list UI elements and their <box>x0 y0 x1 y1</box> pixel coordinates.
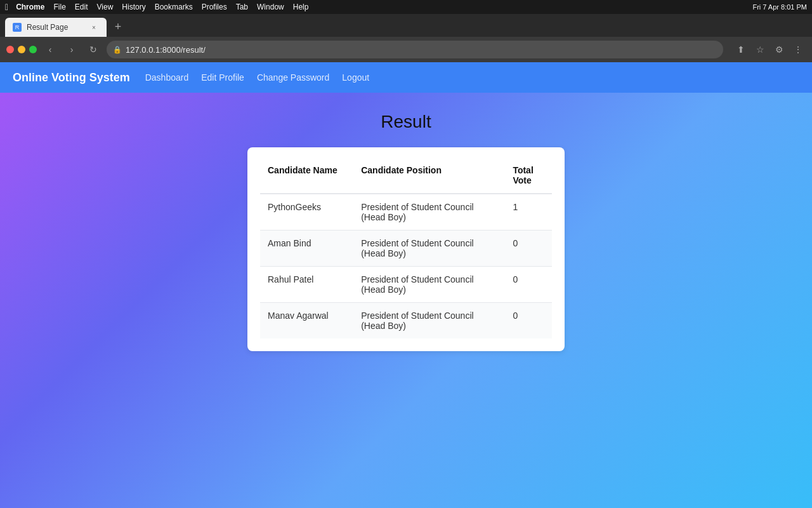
menubar-window[interactable]: Window <box>257 3 284 11</box>
menubar-datetime: Fri 7 Apr 8:01 PM <box>752 3 807 11</box>
address-bar[interactable]: 🔒 127.0.0.1:8000/result/ <box>107 41 723 58</box>
url-display: 127.0.0.1:8000/result/ <box>126 45 206 55</box>
share-button[interactable]: ⬆ <box>733 42 749 57</box>
table-row: Manav AgarwalPresident of Student Counci… <box>260 303 552 339</box>
result-card: Candidate Name Candidate Position Total … <box>247 147 565 351</box>
candidate-vote-cell: 0 <box>505 267 552 303</box>
tab-favicon: R <box>13 23 22 32</box>
forward-button[interactable]: › <box>63 41 80 58</box>
extensions-button[interactable]: ⚙ <box>771 42 787 57</box>
candidate-name-cell: PythonGeeks <box>260 194 353 231</box>
candidate-vote-cell: 1 <box>505 194 552 231</box>
new-tab-button[interactable]: + <box>109 18 127 36</box>
main-content: Result Candidate Name Candidate Position… <box>0 93 812 508</box>
maximize-window-button[interactable] <box>29 46 37 53</box>
candidate-position-cell: President of Student Council (Head Boy) <box>353 194 505 231</box>
nav-logout[interactable]: Logout <box>342 72 369 83</box>
more-button[interactable]: ⋮ <box>790 42 806 57</box>
menubar-help[interactable]: Help <box>293 3 309 11</box>
nav-edit-profile[interactable]: Edit Profile <box>201 72 244 83</box>
candidate-name-cell: Manav Agarwal <box>260 303 353 339</box>
menubar-edit[interactable]: Edit <box>75 3 88 11</box>
candidate-vote-cell: 0 <box>505 303 552 339</box>
menubar-bookmarks[interactable]: Bookmarks <box>155 3 193 11</box>
candidate-name-cell: Rahul Patel <box>260 267 353 303</box>
tab-bar: R Result Page × + <box>0 14 812 37</box>
menubar-chrome[interactable]: Chrome <box>16 3 44 11</box>
bookmark-button[interactable]: ☆ <box>752 42 768 57</box>
lock-icon: 🔒 <box>113 46 122 54</box>
menubar-profiles[interactable]: Profiles <box>202 3 227 11</box>
table-row: PythonGeeksPresident of Student Council … <box>260 194 552 231</box>
active-tab[interactable]: R Result Page × <box>5 18 107 37</box>
close-window-button[interactable] <box>6 46 14 53</box>
traffic-lights <box>6 46 37 53</box>
menubar-tab[interactable]: Tab <box>236 3 248 11</box>
navbar: Online Voting System Dashboard Edit Prof… <box>0 62 812 93</box>
page-title: Result <box>381 112 431 132</box>
result-table-body: PythonGeeksPresident of Student Council … <box>260 194 552 338</box>
menubar-right: Fri 7 Apr 8:01 PM <box>752 3 807 11</box>
candidate-name-cell: Aman Bind <box>260 231 353 267</box>
candidate-position-cell: President of Student Council (Head Boy) <box>353 303 505 339</box>
app-wrapper: Online Voting System Dashboard Edit Prof… <box>0 62 812 508</box>
browser-actions: ⬆ ☆ ⚙ ⋮ <box>733 42 806 57</box>
menubar-view[interactable]: View <box>97 3 114 11</box>
table-row: Rahul PatelPresident of Student Council … <box>260 267 552 303</box>
browser-chrome: R Result Page × + ‹ › ↻ 🔒 127.0.0.1:8000… <box>0 14 812 62</box>
candidate-vote-cell: 0 <box>505 231 552 267</box>
menubar-history[interactable]: History <box>122 3 145 11</box>
candidate-position-cell: President of Student Council (Head Boy) <box>353 267 505 303</box>
navbar-links: Dashboard Edit Profile Change Password L… <box>145 72 369 83</box>
nav-dashboard[interactable]: Dashboard <box>145 72 189 83</box>
candidate-position-cell: President of Student Council (Head Boy) <box>353 231 505 267</box>
back-button[interactable]: ‹ <box>42 41 58 58</box>
nav-change-password[interactable]: Change Password <box>257 72 329 83</box>
tab-title: Result Page <box>27 23 84 32</box>
table-row: Aman BindPresident of Student Council (H… <box>260 231 552 267</box>
address-bar-row: ‹ › ↻ 🔒 127.0.0.1:8000/result/ ⬆ ☆ ⚙ ⋮ <box>0 37 812 62</box>
header-total-vote: Total Vote <box>505 160 552 194</box>
menubar-items: Chrome File Edit View History Bookmarks … <box>16 3 308 11</box>
result-table: Candidate Name Candidate Position Total … <box>260 160 552 338</box>
apple-menu[interactable]:  <box>5 2 8 12</box>
macos-menubar:  Chrome File Edit View History Bookmark… <box>0 0 812 14</box>
tab-close-button[interactable]: × <box>89 22 99 32</box>
header-candidate-name: Candidate Name <box>260 160 353 194</box>
minimize-window-button[interactable] <box>18 46 25 53</box>
navbar-brand: Online Voting System <box>13 71 130 84</box>
header-candidate-position: Candidate Position <box>353 160 505 194</box>
table-header-row: Candidate Name Candidate Position Total … <box>260 160 552 194</box>
reload-button[interactable]: ↻ <box>85 41 102 58</box>
menubar-file[interactable]: File <box>53 3 65 11</box>
